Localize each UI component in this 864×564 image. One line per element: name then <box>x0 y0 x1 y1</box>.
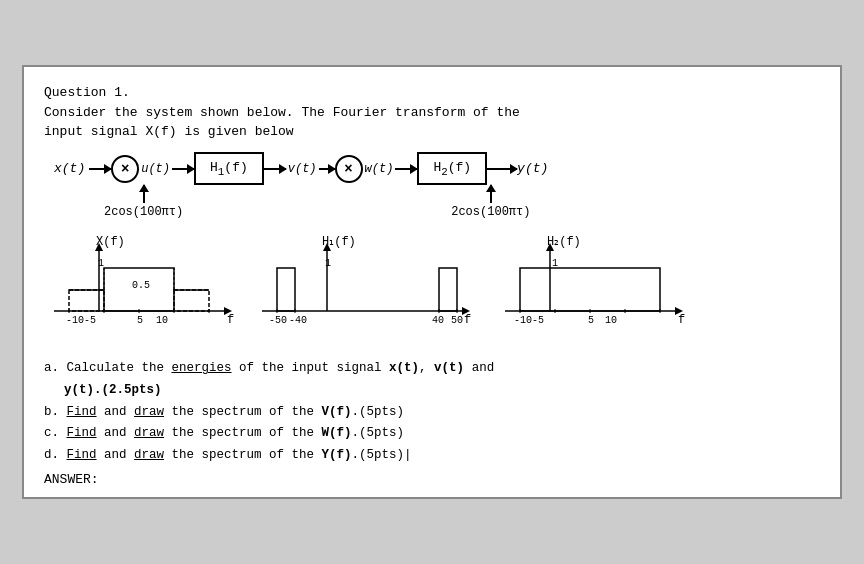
description-line2: input signal X(f) is given below <box>44 122 820 142</box>
svg-text:0.5: 0.5 <box>132 280 150 291</box>
filter-h2: H2(f) <box>417 152 487 186</box>
svg-text:-50: -50 <box>269 315 287 326</box>
svg-text:1: 1 <box>325 258 331 269</box>
question-a2: y(t).(2.5pts) <box>44 380 820 401</box>
question-b: b. Find and draw the spectrum of the V(f… <box>44 402 820 423</box>
svg-text:H₂(f): H₂(f) <box>547 235 581 249</box>
svg-text:1: 1 <box>552 258 558 269</box>
svg-rect-7 <box>174 290 209 311</box>
svg-text:10: 10 <box>605 315 617 326</box>
filter-h1: H1(f) <box>194 152 264 186</box>
svg-text:f: f <box>227 313 234 327</box>
svg-rect-47 <box>520 268 660 311</box>
svg-text:-40: -40 <box>289 315 307 326</box>
graphs-row: X(f) f <box>44 233 820 348</box>
svg-text:5: 5 <box>137 315 143 326</box>
svg-text:40: 40 <box>432 315 444 326</box>
multiplier-1: × <box>111 155 139 183</box>
question-d: d. Find and draw the spectrum of the Y(f… <box>44 445 820 466</box>
page: Question 1. Consider the system shown be… <box>22 65 842 498</box>
signal-yt: y(t) <box>517 161 548 176</box>
cos-label-2: 2cos(100πτ) <box>451 205 530 219</box>
svg-text:f: f <box>464 313 471 327</box>
graph-h2f: H₂(f) f 1 -10 -5 5 10 <box>495 233 690 348</box>
svg-text:f: f <box>678 313 685 327</box>
svg-rect-31 <box>439 268 457 311</box>
svg-text:-5: -5 <box>532 315 544 326</box>
cos-label-1: 2cos(100πτ) <box>104 205 183 219</box>
svg-text:-10: -10 <box>514 315 532 326</box>
svg-rect-30 <box>277 268 295 311</box>
answer-label: ANSWER: <box>44 472 820 487</box>
signal-vt: v(t) <box>288 162 317 176</box>
svg-text:-10: -10 <box>66 315 84 326</box>
signal-xt: x(t) <box>54 161 85 176</box>
question-c: c. Find and draw the spectrum of the W(f… <box>44 423 820 444</box>
signal-wt: w(t) <box>365 162 394 176</box>
question-title: Question 1. <box>44 83 820 103</box>
svg-text:1: 1 <box>98 258 104 269</box>
svg-text:50: 50 <box>451 315 463 326</box>
svg-text:10: 10 <box>156 315 168 326</box>
question-text: Question 1. Consider the system shown be… <box>44 83 820 142</box>
graph-h1f: H₁(f) f 1 -50 -40 40 50 <box>257 233 477 348</box>
graph-xf: X(f) f <box>44 233 239 348</box>
svg-text:5: 5 <box>588 315 594 326</box>
answers-section: a. Calculate the energies of the input s… <box>44 358 820 465</box>
svg-text:-5: -5 <box>84 315 96 326</box>
question-a: a. Calculate the energies of the input s… <box>44 358 820 379</box>
signal-ut: u(t) <box>141 162 170 176</box>
description-line1: Consider the system shown below. The Fou… <box>44 103 820 123</box>
multiplier-2: × <box>335 155 363 183</box>
